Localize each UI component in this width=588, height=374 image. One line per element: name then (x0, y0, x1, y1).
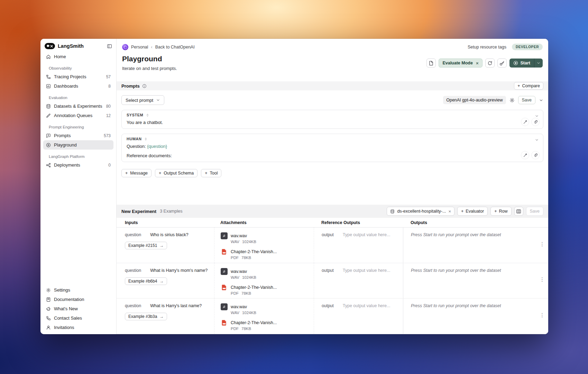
output-value-input[interactable]: Type output value here... (343, 268, 391, 273)
role-updown-icon[interactable] (144, 137, 148, 141)
sidebar-item-deployments[interactable]: Deployments 0 (43, 160, 113, 170)
sidebar-item-label: Contact Sales (54, 315, 82, 321)
back-to-chatopenai-link[interactable]: Back to ChatOpenAI (155, 45, 195, 50)
attachment-item[interactable]: wav.wavWAV1024KB (221, 303, 309, 315)
wand-icon-button[interactable] (521, 151, 529, 159)
file-meta: PDF78KB (231, 256, 277, 260)
sidebar-item-home[interactable]: Home (43, 52, 113, 61)
prompts-body: Select prompt OpenAI gpt-4o-audio-previe… (117, 90, 548, 205)
save-experiment-button[interactable]: Save (526, 207, 544, 216)
attachment-item[interactable]: wav.wavWAV1024KB (221, 268, 309, 279)
role-updown-icon[interactable] (146, 113, 149, 117)
sidebar-item-label: Tracing Projects (54, 74, 86, 79)
human-message-text[interactable]: Question: {question} (127, 144, 538, 149)
output-value-input[interactable]: Type output value here... (343, 303, 391, 308)
info-icon[interactable] (142, 84, 147, 88)
attachment-item[interactable]: Chapter-2-The-Vanish...PDF78KB (221, 248, 309, 260)
key-icon (499, 61, 505, 66)
close-icon[interactable]: × (448, 209, 451, 214)
outputs-empty-text: Press Start to run your prompt over the … (411, 268, 543, 273)
input-value[interactable]: What is Harry's last name? (150, 303, 202, 308)
file-type: PDF (231, 327, 239, 331)
sidebar-item-dashboards[interactable]: Dashboards 8 (43, 81, 113, 91)
file-name: wav.wav (231, 233, 247, 238)
add-message-button[interactable]: +Message (121, 169, 151, 177)
table-header-row: Inputs Attachments Reference Outputs Out… (117, 218, 548, 228)
example-label: Example #b6b4 (128, 279, 157, 284)
prompt-canvas-button[interactable] (426, 59, 436, 68)
attach-file-button[interactable] (531, 118, 540, 126)
input-value[interactable]: What is Harry's mom's name? (150, 268, 208, 273)
home-icon (46, 54, 51, 59)
attachment-item[interactable]: Chapter-2-The-Vanish...PDF78KB (221, 284, 309, 295)
add-output-schema-button[interactable]: +Output Schema (155, 169, 197, 177)
row-menu-kebab-icon[interactable]: ⋮ (540, 277, 545, 282)
dataset-chip[interactable]: ds-excellent-hospitality-... × (387, 207, 454, 216)
columns-icon (516, 209, 521, 214)
close-icon[interactable]: × (476, 61, 479, 65)
sidebar-item-prompts[interactable]: Prompts 573 (43, 131, 113, 140)
reference-documents-line[interactable]: Reference documents: (127, 153, 538, 158)
reset-playground-button[interactable] (485, 59, 495, 68)
example-link-button[interactable]: Example #3b3a→ (125, 313, 167, 320)
add-tool-button[interactable]: +Tool (201, 169, 221, 177)
sidebar-item-playground[interactable]: Playground (43, 140, 113, 150)
outputs-cell: Press Start to run your prompt over the … (403, 299, 548, 334)
paperclip-icon (533, 120, 538, 124)
example-label: Example #3b3a (128, 314, 157, 319)
sidebar-item-tracing-projects[interactable]: Tracing Projects 57 (43, 72, 113, 81)
evaluate-mode-chip[interactable]: Evaluate Mode × (439, 59, 482, 68)
api-key-button[interactable] (497, 59, 507, 68)
output-value-input[interactable]: Type output value here... (343, 232, 391, 237)
sidebar-item-annotation-queues[interactable]: Annotation Queues 12 (43, 111, 113, 120)
compare-button[interactable]: + Compare (514, 82, 543, 90)
add-row-button[interactable]: +Row (490, 207, 511, 216)
manage-columns-button[interactable] (514, 207, 523, 216)
dashboards-icon (46, 84, 51, 89)
sidebar-item-contact-sales[interactable]: Contact Sales (43, 313, 113, 323)
row-menu-kebab-icon[interactable]: ⋮ (540, 312, 545, 318)
example-link-button[interactable]: Example #2151→ (125, 242, 167, 249)
langsmith-logo-icon[interactable] (45, 43, 55, 49)
count-badge: 573 (104, 133, 111, 138)
start-button-main[interactable]: Start (509, 59, 534, 68)
sidebar-item-label: Datasets & Experiments (54, 104, 102, 109)
model-settings-gear-icon[interactable] (509, 98, 515, 103)
model-chip[interactable]: OpenAI gpt-4o-audio-preview (443, 96, 506, 104)
collapse-message-button[interactable] (535, 137, 539, 143)
sidebar-item-documentation[interactable]: Documentation (43, 295, 113, 304)
example-link-button[interactable]: Example #b6b4→ (125, 277, 167, 285)
topbar: Personal ‹ Back to ChatOpenAI Setup reso… (117, 39, 548, 50)
breadcrumb-workspace[interactable]: Personal (131, 45, 148, 50)
system-message-text[interactable]: You are a chatbot. (127, 120, 538, 125)
setup-resource-tags-link[interactable]: Setup resource tags (468, 45, 506, 50)
arrow-right-icon: → (159, 243, 164, 248)
sidebar-item-whats-new[interactable]: What's New (43, 304, 113, 313)
attach-file-button[interactable] (531, 151, 540, 159)
workspace-avatar[interactable] (122, 44, 128, 50)
example-label: Example #2151 (128, 243, 157, 248)
sidebar-collapse-button[interactable] (107, 44, 112, 49)
select-prompt-button[interactable]: Select prompt (121, 95, 164, 105)
input-value[interactable]: Who is sirius black? (150, 232, 188, 237)
file-size: 1024KB (242, 311, 256, 315)
wand-icon (523, 153, 527, 158)
save-prompt-button[interactable]: Save (518, 96, 536, 104)
start-dropdown-button[interactable] (534, 59, 543, 68)
pdf-file-icon (221, 248, 228, 255)
prompts-section-bar: Prompts + Compare (117, 81, 548, 90)
add-evaluator-button[interactable]: +Evaluator (457, 207, 488, 216)
sidebar-item-datasets-experiments[interactable]: Datasets & Experiments 80 (43, 101, 113, 111)
table-row: questionWho is sirius black? Example #21… (117, 228, 548, 263)
wand-icon-button[interactable] (521, 118, 529, 126)
sidebar-item-invitations[interactable]: Invitations (43, 323, 113, 332)
chevron-down-icon[interactable] (539, 98, 543, 103)
attachment-item[interactable]: wav.wavWAV1024KB (221, 232, 309, 244)
row-menu-kebab-icon[interactable]: ⋮ (540, 241, 545, 246)
file-text-icon (429, 61, 434, 66)
attachment-item[interactable]: Chapter-2-The-Vanish...PDF78KB (221, 319, 309, 331)
arrow-right-icon: → (159, 314, 164, 319)
pdf-file-icon (221, 319, 228, 326)
sidebar-item-settings[interactable]: Settings (43, 285, 113, 295)
start-button[interactable]: Start (509, 59, 543, 68)
